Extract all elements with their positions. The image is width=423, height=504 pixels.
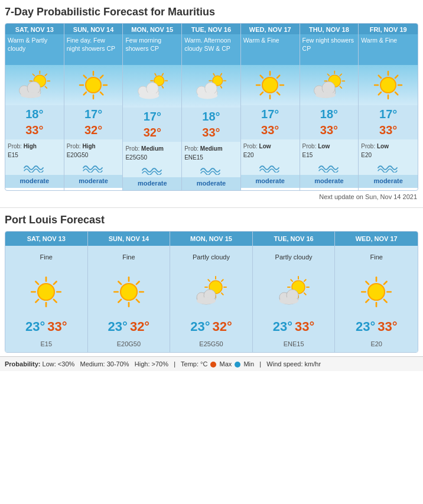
day-swell-icon-2 xyxy=(123,163,181,177)
svg-line-28 xyxy=(162,74,163,76)
pl-icon-0 xyxy=(5,268,87,316)
day-desc-1: Fine day. Few night showers CP xyxy=(64,34,123,65)
svg-line-68 xyxy=(395,92,398,95)
svg-line-123 xyxy=(366,300,369,303)
day-temp-high-1: 32° xyxy=(64,122,123,139)
svg-line-48 xyxy=(261,92,263,95)
day-col-6: FRI, NOV 19 Warm & Fine 17° 33° Prob: Lo… xyxy=(359,24,418,190)
day-swell-icon-1 xyxy=(64,161,123,175)
pl-temp-high-3: 33° xyxy=(295,319,314,334)
day-prob-2: Prob: MediumE25G50 xyxy=(123,142,181,163)
pl-wind-2: E25G50 xyxy=(170,338,252,352)
day-temp-high-5: 33° xyxy=(300,122,359,139)
day-desc-3: Warm. Afternoon cloudy SW & CP xyxy=(182,34,240,65)
svg-line-17 xyxy=(84,92,86,95)
legend-min: Min xyxy=(243,360,254,368)
svg-line-52 xyxy=(277,76,279,78)
day-swell-text-4: moderate xyxy=(241,175,300,188)
svg-line-24 xyxy=(162,86,163,88)
svg-line-8 xyxy=(45,74,47,76)
svg-line-72 xyxy=(379,76,381,78)
svg-line-46 xyxy=(277,92,279,95)
pl-temp-high-0: 33° xyxy=(47,319,67,334)
legend-max: Max xyxy=(220,360,232,368)
day-swell-icon-0 xyxy=(5,161,64,175)
day-header-2: MON, NOV 15 xyxy=(123,24,181,34)
forecast-title: 7-Day Probabilistic Forecast for Mauriti… xyxy=(5,6,418,18)
svg-line-21 xyxy=(100,76,103,78)
day-temp-low-3: 18° xyxy=(182,108,240,125)
pl-wind-4: E20 xyxy=(335,338,418,352)
pl-temps-2: 23° 32° xyxy=(170,316,252,338)
day-desc-2: Few morning showers CP xyxy=(123,34,181,65)
day-temp-high-0: 33° xyxy=(5,122,64,139)
day-prob-0: Prob: HighE15 xyxy=(5,139,64,161)
pl-temp-low-0: 23° xyxy=(25,319,45,334)
legend-wind: Wind speed: km/hr xyxy=(266,360,321,368)
pl-icon-1 xyxy=(88,268,170,316)
pl-icon-3 xyxy=(253,268,335,316)
day-icon-5 xyxy=(300,65,359,105)
day-swell-text-5: moderate xyxy=(300,175,359,188)
day-header-3: TUE, NOV 16 xyxy=(182,24,240,34)
day-desc-0: Warm & Partly cloudy xyxy=(5,34,64,65)
svg-line-19 xyxy=(84,76,86,78)
day-swell-icon-5 xyxy=(300,161,359,175)
pl-temps-3: 23° 33° xyxy=(253,316,335,338)
day-header-1: SUN, NOV 14 xyxy=(64,24,123,34)
svg-point-12 xyxy=(21,92,41,98)
day-swell-text-1: moderate xyxy=(64,175,123,188)
day-header-6: FRI, NOV 19 xyxy=(359,24,418,34)
pl-desc-2: Partly cloudy xyxy=(170,246,252,268)
day-swell-text-3: moderate xyxy=(182,177,240,190)
pl-temps-4: 23° 33° xyxy=(335,316,418,338)
svg-line-27 xyxy=(155,74,156,76)
pl-icon-4 xyxy=(335,268,418,316)
day-temp-low-0: 18° xyxy=(5,105,64,122)
svg-line-61 xyxy=(340,74,341,76)
day-col-4: WED, NOV 17 Warm & Fine 17° 33° Prob: Lo… xyxy=(241,24,300,190)
svg-line-38 xyxy=(214,74,215,76)
svg-line-15 xyxy=(100,92,103,95)
pl-col-0: SAT, NOV 13 Fine 23° 33° E15 xyxy=(5,232,88,352)
svg-line-70 xyxy=(379,92,381,95)
legend-sep2: | xyxy=(259,360,261,368)
svg-point-66 xyxy=(380,77,396,93)
pl-wind-0: E15 xyxy=(5,338,87,352)
day-temp-high-2: 32° xyxy=(123,125,181,142)
day-temp-high-4: 33° xyxy=(241,122,300,139)
day-temp-low-4: 17° xyxy=(241,105,300,122)
svg-point-65 xyxy=(315,92,336,98)
pl-desc-4: Fine xyxy=(335,246,418,268)
svg-line-59 xyxy=(327,74,329,76)
svg-line-127 xyxy=(384,281,387,284)
day-prob-5: Prob: LowE15 xyxy=(300,139,359,161)
day-icon-2 xyxy=(123,65,181,108)
pl-col-2: MON, NOV 15 Partly cloudy 23° 32° E25G50 xyxy=(170,232,253,352)
svg-point-75 xyxy=(38,284,54,300)
day-swell-text-6: moderate xyxy=(359,175,418,188)
svg-line-90 xyxy=(118,281,121,284)
svg-line-125 xyxy=(366,281,369,284)
legend-low: Low: <30% xyxy=(43,360,75,368)
svg-point-105 xyxy=(197,297,216,304)
svg-point-13 xyxy=(86,77,101,93)
pl-col-1: SUN, NOV 14 Fine 23° 32° E20G50 xyxy=(88,232,171,352)
svg-line-35 xyxy=(221,86,222,88)
svg-point-43 xyxy=(198,92,218,99)
day-temp-low-5: 18° xyxy=(300,105,359,122)
day-prob-4: Prob: LowE20 xyxy=(241,139,300,161)
svg-line-81 xyxy=(36,281,39,284)
pl-temps-0: 23° 33° xyxy=(5,316,87,338)
max-dot xyxy=(210,362,216,368)
pl-temps-1: 23° 32° xyxy=(88,316,170,338)
day-prob-1: Prob: HighE20G50 xyxy=(64,139,123,161)
svg-line-92 xyxy=(136,281,139,284)
section-portlouis: Port Louis Forecast SAT, NOV 13 Fine 23°… xyxy=(0,207,423,356)
forecast-grid: SAT, NOV 13 Warm & Partly cloudy 18° 33°… xyxy=(5,23,418,191)
svg-line-77 xyxy=(54,300,57,303)
svg-point-118 xyxy=(279,297,298,304)
pl-desc-3: Partly cloudy xyxy=(253,246,335,268)
legend-probability-label: Probability: xyxy=(5,360,41,368)
day-icon-6 xyxy=(359,65,418,105)
